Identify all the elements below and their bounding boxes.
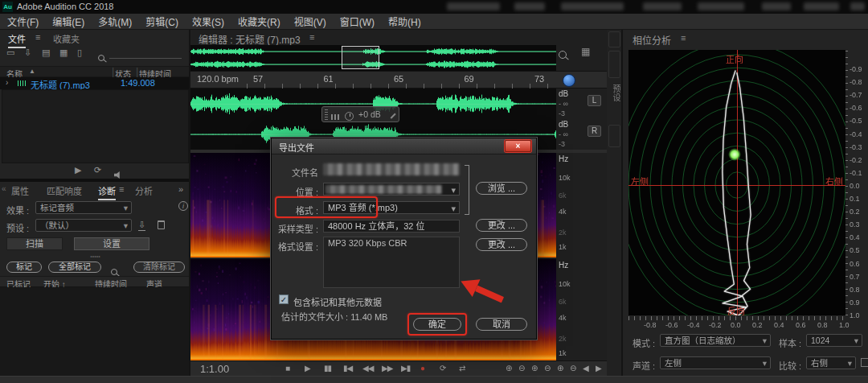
save-preset-icon[interactable]: ⇩ (138, 220, 145, 231)
panel-grip[interactable]: ••••• (0, 253, 190, 259)
zoom-navigate-icon[interactable] (559, 47, 567, 62)
tab-match-loudness[interactable]: 匹配响度 (47, 184, 82, 197)
hud-meter-icon (331, 114, 339, 120)
fast-forward-button[interactable]: ▶▶ (382, 364, 392, 373)
panel-menu-icon[interactable]: ≡ (681, 33, 686, 43)
overflow-icon[interactable]: » (178, 184, 183, 194)
collapse-icon[interactable]: « (2, 184, 6, 193)
overview-selection[interactable] (342, 46, 379, 69)
mode-select[interactable]: 直方图（日志缩放） ▾ (660, 334, 771, 347)
preset-select[interactable]: （默认） ▾ (35, 219, 132, 232)
ok-button[interactable]: 确定 (413, 318, 461, 331)
collapsed-panel-strip: 预设 (607, 30, 623, 376)
channel-select[interactable]: 左侧 ▾ (660, 356, 771, 369)
export-dialog: 导出文件 × 文件名 位置 : ▾ 浏览 ... 格式 : MP3 音频 (*.… (271, 138, 537, 340)
zoom-right-edge-button[interactable]: ▶ (596, 364, 602, 373)
timeline-ruler[interactable]: 120.0 bpm 5761656973 (190, 71, 607, 89)
hud-grip-icon[interactable] (325, 109, 328, 120)
skip-to-start-button[interactable]: ▮◀ (343, 364, 352, 373)
zoom-left-edge-button[interactable]: ◀ (583, 364, 589, 373)
menu-favorites[interactable]: 收藏夹(R) (238, 14, 280, 28)
mark-all-button[interactable]: 全部标记 (48, 262, 101, 273)
close-button[interactable]: × (505, 140, 531, 152)
marker-button[interactable]: 标记 (6, 262, 42, 273)
samples-select[interactable]: 1024 ▾ (806, 334, 862, 347)
dialog-titlebar[interactable]: 导出文件 × (272, 138, 536, 154)
strip-panel-button[interactable] (608, 51, 620, 78)
menu-file[interactable]: 文件(F) (7, 14, 39, 28)
trash-icon[interactable]: ▯ (77, 47, 82, 58)
menu-multitrack[interactable]: 多轨(M) (98, 14, 132, 28)
normalize-checkbox[interactable] (861, 358, 868, 367)
search-input[interactable] (109, 49, 182, 59)
scan-button[interactable]: 扫描 (6, 237, 63, 250)
hud-pin-icon[interactable] (387, 109, 395, 118)
strip-grip[interactable] (608, 31, 620, 47)
panel-menu-icon[interactable]: ≡ (119, 184, 124, 194)
search-icon[interactable] (98, 50, 104, 64)
tab-analysis[interactable]: 分析 (135, 184, 153, 197)
compare-select[interactable]: 右侧 ▾ (806, 356, 856, 369)
loop-marker-icon[interactable] (563, 74, 575, 87)
change-format-settings-button[interactable]: 更改 ... (476, 238, 527, 251)
mode-label: 模式 : (633, 336, 655, 349)
clear-marks-button[interactable]: 清除标记 (133, 262, 185, 273)
media-browser-icon[interactable]: ▦ (59, 47, 68, 58)
panel-menu-icon[interactable]: ≡ (309, 32, 314, 42)
panel-splitter[interactable] (0, 179, 190, 182)
zoom-in-amplitude-button[interactable]: ⊕ (531, 364, 538, 373)
menu-window[interactable]: 窗口(W) (340, 14, 375, 28)
stop-button[interactable]: ■ (285, 364, 289, 373)
left-channel-button[interactable]: L (588, 95, 601, 106)
gain-hud[interactable]: +0 dB (321, 106, 399, 122)
browse-button[interactable]: 浏览 ... (476, 182, 527, 195)
tab-diagnostics[interactable]: 诊断 (98, 184, 116, 200)
import-file-icon[interactable]: ⇩ (24, 47, 31, 58)
collapsed-preset-label[interactable]: 预设 (610, 84, 622, 102)
change-sample-type-button[interactable]: 更改 ... (476, 219, 527, 232)
cancel-button[interactable]: 取消 (476, 318, 527, 331)
delete-preset-trash-icon[interactable] (158, 220, 165, 229)
loop-playback-button[interactable]: ⟳ (440, 364, 445, 373)
zoom-out-time-button[interactable]: ⊖ (518, 364, 525, 373)
menu-edit[interactable]: 编辑(E) (52, 14, 84, 28)
expander-icon[interactable]: › (6, 78, 8, 87)
zoom-out-amplitude-button[interactable]: ⊖ (544, 364, 551, 373)
tab-properties[interactable]: 属性 (11, 184, 29, 197)
menu-effects[interactable]: 效果(S) (192, 14, 224, 28)
record-button[interactable]: ● (420, 364, 424, 373)
phase-y-0.5: 0.5 (850, 246, 867, 254)
open-file-icon[interactable]: ▭ (6, 47, 14, 58)
settings-button[interactable]: 设置 (74, 237, 149, 250)
dropdown-icon: ▾ (124, 202, 128, 213)
menu-view[interactable]: 视图(V) (294, 14, 326, 28)
format-select[interactable]: MP3 音频 (*.mp3) ▾ (323, 201, 460, 214)
effect-select[interactable]: 标记音频 ▾ (35, 201, 132, 214)
strip-panel-button[interactable] (608, 125, 620, 147)
zoom-in-time-button[interactable]: ⊕ (506, 364, 512, 373)
pause-button[interactable]: ▮▮ (324, 364, 331, 373)
tab-files[interactable]: 文件 (8, 32, 26, 48)
skip-to-end-button[interactable]: ▶▮ (401, 364, 410, 373)
zoom-reset-button[interactable]: ⊖ (570, 364, 576, 373)
menu-clip[interactable]: 剪辑(C) (145, 14, 178, 28)
skip-selection-button[interactable]: ⇄ (459, 364, 465, 373)
zoom-to-selection-button[interactable]: ⊕ (557, 364, 563, 373)
right-channel-button[interactable]: R (588, 126, 601, 137)
panel-menu-icon[interactable]: ≡ (35, 32, 40, 42)
location-select[interactable]: ▾ (323, 183, 460, 196)
layout-grid-icon[interactable]: ▦ (581, 46, 590, 57)
menu-help[interactable]: 帮助(H) (388, 14, 421, 28)
filename-input-redacted[interactable] (323, 163, 460, 175)
file-row[interactable]: › 无标题 (7).mp3 1:49.008 (0, 77, 190, 89)
include-markers-checkbox[interactable]: ✓ (279, 294, 289, 304)
gain-knob[interactable] (345, 112, 354, 121)
tab-favorites[interactable]: 收藏夹 (53, 32, 80, 45)
preview-loop-button[interactable]: ⟳ (94, 165, 101, 175)
phase-y-0.3: 0.3 (850, 220, 867, 229)
info-icon[interactable]: i (178, 201, 188, 211)
play-button[interactable]: ▶ (305, 364, 310, 373)
rewind-button[interactable]: ◀◀ (362, 364, 373, 373)
preview-play-button[interactable]: ▶ (75, 165, 81, 175)
new-container-icon[interactable]: ▤ (42, 47, 50, 58)
